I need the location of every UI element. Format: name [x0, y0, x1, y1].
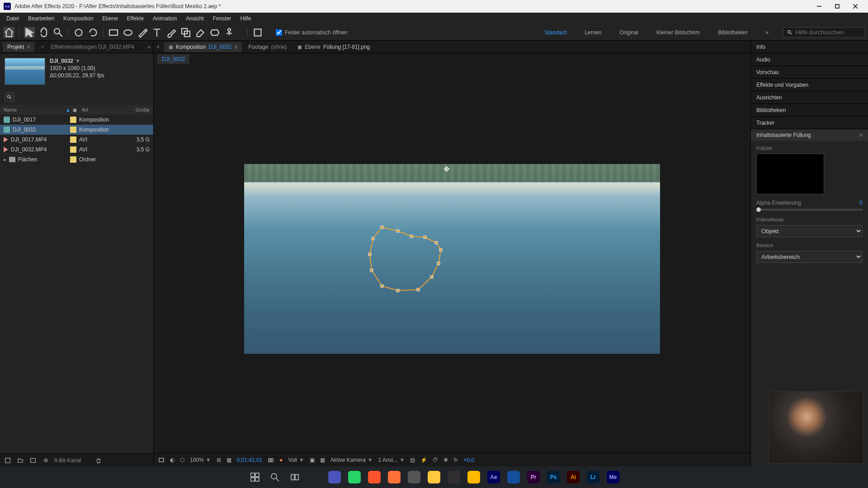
- exposure-reset[interactable]: ↻: [453, 457, 458, 463]
- panel-overflow-icon[interactable]: »: [147, 44, 151, 50]
- menu-animation[interactable]: Animation: [148, 14, 181, 23]
- workspace-kleiner[interactable]: Kleiner Bildschirm: [653, 28, 703, 38]
- tab-projekt[interactable]: Projekt ≡: [3, 42, 34, 52]
- sort-indicator-icon[interactable]: ▲: [66, 107, 73, 113]
- alpha-value[interactable]: 0: [859, 200, 863, 206]
- brush-tool[interactable]: [166, 27, 177, 38]
- toggle-alpha[interactable]: ◐: [170, 457, 175, 463]
- workspace-bibliotheken[interactable]: Bibliotheken: [714, 28, 751, 38]
- tab-footage[interactable]: Footage (ohne): [244, 42, 291, 52]
- close-button[interactable]: [846, 0, 864, 13]
- pixel-aspect-toggle[interactable]: ▤: [410, 457, 415, 463]
- taskbar-task-view[interactable]: [286, 468, 304, 486]
- rotate-tool[interactable]: [88, 27, 99, 38]
- taskbar-lightroom[interactable]: Lr: [584, 468, 602, 486]
- taskbar-whatsapp[interactable]: [345, 468, 363, 486]
- taskbar-folder[interactable]: [465, 468, 483, 486]
- auto-open-input[interactable]: [276, 29, 282, 36]
- home-tool[interactable]: [4, 27, 14, 38]
- workspace-overflow-icon[interactable]: »: [762, 28, 772, 38]
- hand-tool[interactable]: [38, 27, 49, 38]
- panel-tracker[interactable]: Tracker: [751, 117, 868, 129]
- minimize-button[interactable]: [810, 0, 828, 13]
- taskbar-explorer[interactable]: [306, 468, 324, 486]
- project-item[interactable]: DJI_0017.MP4AVI3,5 G: [0, 135, 153, 145]
- comp-viewer[interactable]: [154, 65, 750, 453]
- mask-path[interactable]: [366, 223, 452, 295]
- taskbar-illustrator[interactable]: Ai: [564, 468, 582, 486]
- taskbar-media-encoder[interactable]: Me: [604, 468, 622, 486]
- resolution-dropdown[interactable]: Voll ▼: [288, 457, 304, 463]
- snapshot-btn[interactable]: [268, 457, 274, 463]
- taskbar-firefox[interactable]: [385, 468, 403, 486]
- taskbar-brave[interactable]: [365, 468, 383, 486]
- text-tool[interactable]: [151, 27, 162, 38]
- project-item[interactable]: ▸FlächenOrdner: [0, 155, 153, 164]
- col-name[interactable]: Name: [4, 107, 66, 113]
- panel-bibliotheken[interactable]: Bibliotheken: [751, 104, 868, 117]
- rect-tool[interactable]: [108, 27, 119, 38]
- range-dropdown[interactable]: Arbeitsbereich: [756, 251, 863, 263]
- help-search[interactable]: [783, 27, 864, 38]
- ellipse-tool[interactable]: [123, 27, 133, 38]
- taskbar-notes[interactable]: [425, 468, 443, 486]
- channel-toggle[interactable]: ●: [279, 457, 283, 463]
- panel-audio[interactable]: Audio: [751, 53, 868, 66]
- alpha-slider[interactable]: [756, 209, 863, 211]
- tab-komposition[interactable]: ◼ Komposition DJI_0032 ≡: [164, 42, 242, 52]
- camera-dropdown[interactable]: Aktive Kamera ▼: [330, 457, 373, 463]
- col-label-icon[interactable]: ◼: [73, 107, 82, 113]
- zoom-level[interactable]: 100% ▼: [190, 457, 211, 463]
- zoom-tool[interactable]: [53, 27, 64, 38]
- bit-depth[interactable]: 8-Bit-Kanal: [54, 457, 81, 464]
- viewer-image[interactable]: [244, 164, 660, 354]
- new-folder-btn[interactable]: [16, 456, 24, 465]
- breadcrumb[interactable]: DJI_0032: [157, 54, 189, 64]
- menu-komposition[interactable]: Komposition: [59, 14, 98, 23]
- transparency-toggle[interactable]: ▦: [320, 457, 325, 463]
- roto-tool[interactable]: [209, 27, 220, 38]
- auto-open-checkbox[interactable]: Felder automatisch öffnen: [276, 29, 348, 36]
- project-item[interactable]: DJI_0032.MP4AVI3,5 G: [0, 145, 153, 155]
- project-item[interactable]: DJI_0032Komposition: [0, 125, 153, 135]
- current-time[interactable]: 0;01;41;01: [237, 457, 263, 463]
- pen-tool[interactable]: [137, 27, 148, 38]
- menu-bearbeiten[interactable]: Bearbeiten: [24, 14, 59, 23]
- taskbar-app[interactable]: [405, 468, 423, 486]
- anchor-point-icon[interactable]: [444, 166, 449, 172]
- taskbar-photoshop[interactable]: Ps: [544, 468, 562, 486]
- workspace-lernen[interactable]: Lernen: [581, 28, 605, 38]
- menu-effekte[interactable]: Effekte: [123, 14, 148, 23]
- col-type[interactable]: Art: [82, 107, 123, 113]
- comp-flowchart-btn[interactable]: ❋: [443, 457, 448, 463]
- snap-toggle[interactable]: [252, 27, 263, 38]
- taskbar-designer[interactable]: [505, 468, 523, 486]
- menu-hilfe[interactable]: Hilfe: [236, 14, 255, 23]
- menu-datei[interactable]: Datei: [2, 14, 24, 23]
- toggle-mask[interactable]: ⬡: [180, 457, 184, 463]
- help-search-input[interactable]: [795, 29, 860, 36]
- roi-toggle[interactable]: ▣: [310, 457, 315, 463]
- puppet-tool[interactable]: [224, 27, 235, 38]
- eraser-tool[interactable]: [195, 27, 206, 38]
- comp-tab-close-icon[interactable]: ×: [156, 44, 160, 50]
- views-dropdown[interactable]: 1 Ansi... ▼: [378, 457, 405, 463]
- workspace-standard[interactable]: Standard: [541, 28, 570, 38]
- taskbar-premiere[interactable]: Pr: [524, 468, 542, 486]
- project-item[interactable]: DJI_0017Komposition: [0, 115, 153, 125]
- panel-vorschau[interactable]: Vorschau: [751, 66, 868, 79]
- menu-ebene[interactable]: Ebene: [98, 14, 123, 23]
- col-size[interactable]: Größe: [123, 107, 150, 113]
- trash-btn[interactable]: [94, 456, 103, 465]
- panel-info[interactable]: Info: [751, 41, 868, 53]
- selection-tool[interactable]: [24, 27, 35, 38]
- taskbar-teams[interactable]: [326, 468, 344, 486]
- tab-ebene[interactable]: ◼ Ebene Füllung [17-81].png: [293, 42, 374, 52]
- guides-toggle[interactable]: ▦: [226, 457, 231, 463]
- timeline-btn[interactable]: ⏱: [433, 457, 438, 463]
- preview-thumbnail[interactable]: [5, 58, 45, 85]
- workspace-original[interactable]: Original: [616, 28, 642, 38]
- maximize-button[interactable]: [828, 0, 846, 13]
- tab-effect-controls[interactable]: × Effekteinstellungen DJI_0032.MP4: [36, 42, 146, 52]
- project-search-button[interactable]: [5, 92, 14, 102]
